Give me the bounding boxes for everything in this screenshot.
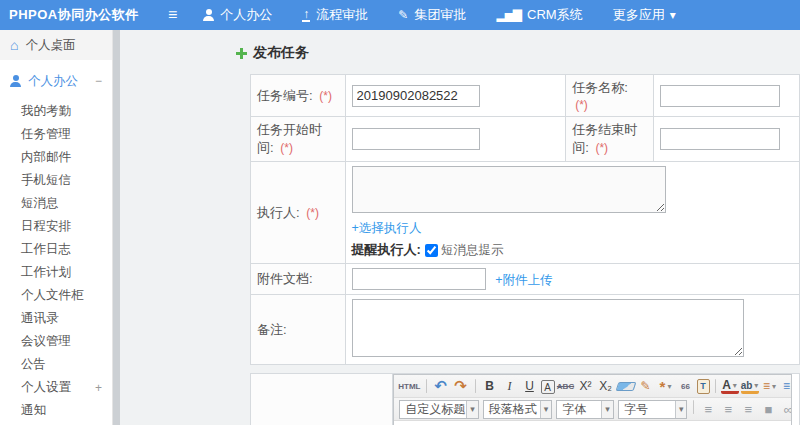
task-name-label: 任务名称:	[572, 80, 628, 95]
font-color-button[interactable]: A	[721, 379, 739, 394]
editor-toolbar-button	[715, 379, 716, 393]
sidebar-scrollbar[interactable]	[112, 30, 120, 425]
sidebar-item[interactable]: 公告	[0, 353, 112, 376]
select-executor-link[interactable]: +选择执行人	[352, 221, 422, 235]
sidebar-item[interactable]: 手机短信	[0, 169, 112, 192]
app-logo: PHPOA协同办公软件	[0, 6, 160, 24]
italic-button[interactable]: I	[501, 377, 519, 395]
remark-textarea[interactable]	[352, 299, 744, 357]
end-time-input[interactable]	[660, 128, 780, 150]
editor-content-area[interactable]	[394, 421, 791, 425]
caret-down-icon[interactable]: ▾	[540, 401, 552, 418]
executor-textarea[interactable]	[352, 166, 666, 213]
nav-item-label: 集团审批	[414, 6, 466, 24]
ordered-list-button[interactable]: ≡	[761, 377, 779, 395]
form-row-remark: 备注:	[251, 295, 800, 365]
task-content-editor-row: HTML↶↷BIUAABCX²X₂✎*66TAab≡≡ 自定义标题 ▾ 段落格式…	[250, 373, 800, 425]
strikethrough-button[interactable]: ABC	[557, 377, 575, 395]
required-mark: (*)	[595, 141, 608, 155]
sidebar-item[interactable]: 会议管理	[0, 330, 112, 353]
expand-plus-icon[interactable]: +	[95, 381, 102, 395]
superscript-button[interactable]: X²	[577, 377, 595, 395]
start-time-input[interactable]	[352, 128, 480, 150]
font-family-select[interactable]: 字体 ▾	[556, 400, 614, 419]
undo-button[interactable]: ↶	[432, 377, 450, 395]
home-icon: ⌂	[10, 37, 18, 53]
nav-item-label: 更多应用	[613, 6, 665, 24]
sidebar-item[interactable]: 工作计划	[0, 261, 112, 284]
collapse-minus-icon[interactable]: −	[95, 74, 102, 88]
sidebar-item-notify[interactable]: 通知	[0, 399, 112, 422]
editor-toolbar-button	[693, 400, 694, 414]
nav-item-icon: ▾	[670, 9, 676, 21]
sidebar-item-personal-desktop[interactable]: ⌂ 个人桌面	[0, 30, 112, 60]
remove-format-button[interactable]	[615, 382, 636, 391]
caret-down-icon[interactable]: ▾	[466, 401, 478, 418]
task-name-input[interactable]	[660, 85, 780, 107]
editor-toolbar-button	[426, 379, 427, 393]
form-row-executor: 执行人: (*) +选择执行人 提醒执行人: 短消息提示	[251, 162, 800, 264]
redo-button[interactable]: ↷	[452, 377, 470, 395]
nav-workflow-approval[interactable]: ↑ 流程审批	[302, 6, 368, 24]
caret-down-icon[interactable]: ▾	[675, 401, 687, 418]
sidebar-item[interactable]: 内部邮件	[0, 146, 112, 169]
editor-label-cell	[251, 374, 393, 425]
paragraph-format-select[interactable]: 段落格式 ▾	[483, 400, 553, 419]
sidebar-item[interactable]: 个人文件柜	[0, 284, 112, 307]
color-spray-button[interactable]: *	[657, 377, 675, 395]
page-title-text: 发布任务	[253, 44, 309, 62]
task-number-input[interactable]	[352, 85, 480, 107]
attachment-input[interactable]	[352, 268, 486, 290]
main-content: 发布任务 任务编号: (*) 任务名称: (*)	[120, 30, 800, 425]
nav-item-label: 个人办公	[220, 6, 272, 24]
nav-personal-office[interactable]: 个人办公	[203, 6, 272, 24]
paste-as-text-button[interactable]: T	[697, 379, 710, 394]
nav-more-apps[interactable]: ▾ 更多应用	[613, 6, 676, 24]
hamburger-menu-icon[interactable]: ≡	[168, 7, 177, 23]
sms-remind-label: 短消息提示	[441, 242, 504, 259]
font-frame-button[interactable]: A	[541, 380, 555, 394]
sidebar-item[interactable]: 我的考勤	[0, 100, 112, 123]
nav-group-approval[interactable]: ✎ 集团审批	[398, 6, 466, 24]
sidebar-item-label: 个人设置	[21, 379, 71, 396]
highlight-color-button[interactable]: ab	[741, 379, 759, 394]
required-mark: (*)	[575, 98, 588, 112]
align-right-button[interactable]: ≡	[739, 400, 757, 418]
bold-button[interactable]: B	[481, 377, 499, 395]
subscript-button[interactable]: X₂	[597, 377, 615, 395]
source-code-button[interactable]: HTML	[398, 377, 420, 395]
caret-down-icon[interactable]: ▾	[601, 401, 613, 418]
blockquote-button[interactable]: 66	[677, 377, 695, 395]
underline-button[interactable]: U	[521, 377, 539, 395]
scrollbar-thumb[interactable]	[113, 30, 120, 425]
sidebar-item[interactable]: 工作日志	[0, 238, 112, 261]
unordered-list-button[interactable]: ≡	[781, 377, 792, 395]
align-center-button[interactable]: ≡	[719, 400, 737, 418]
sidebar-item[interactable]: 短消息	[0, 192, 112, 215]
attachment-upload-link[interactable]: +附件上传	[495, 273, 552, 287]
align-left-button[interactable]: ≡	[699, 400, 717, 418]
required-mark: (*)	[280, 141, 293, 155]
link-button[interactable]: ∞	[779, 400, 791, 418]
editor-toolbar-row-2: 自定义标题 ▾ 段落格式 ▾ 字体 ▾ 字号	[394, 398, 791, 421]
justify-button[interactable]: ■	[759, 400, 777, 418]
sidebar-section-personal-settings[interactable]: 个人设置 +	[0, 376, 112, 399]
sidebar-submenu: 我的考勤任务管理内部邮件手机短信短消息日程安排工作日志工作计划个人文件柜通讯录会…	[0, 100, 112, 376]
sidebar-item[interactable]: 任务管理	[0, 123, 112, 146]
editor-toolbar-row-1: HTML↶↷BIUAABCX²X₂✎*66TAab≡≡	[394, 375, 791, 398]
required-mark: (*)	[319, 89, 332, 103]
sms-remind-checkbox[interactable]	[425, 244, 438, 257]
format-brush-button[interactable]: ✎	[637, 377, 655, 395]
sidebar-item[interactable]: 通讯录	[0, 307, 112, 330]
person-icon	[10, 75, 21, 87]
attachment-label: 附件文档:	[257, 271, 313, 286]
sidebar-section-personal-office[interactable]: 个人办公 −	[0, 68, 112, 94]
custom-heading-select[interactable]: 自定义标题 ▾	[399, 400, 479, 419]
nav-item-label: 流程审批	[316, 6, 368, 24]
top-nav: 个人办公 ↑ 流程审批 ✎ 集团审批 ▂▅▇ CRM系统 ▾ 更多应用	[203, 6, 705, 24]
dropdown-label: 自定义标题	[400, 401, 466, 418]
font-size-select[interactable]: 字号 ▾	[618, 400, 688, 419]
nav-crm-system[interactable]: ▂▅▇ CRM系统	[496, 6, 582, 24]
editor-toolbar-button	[475, 379, 476, 393]
sidebar-item[interactable]: 日程安排	[0, 215, 112, 238]
